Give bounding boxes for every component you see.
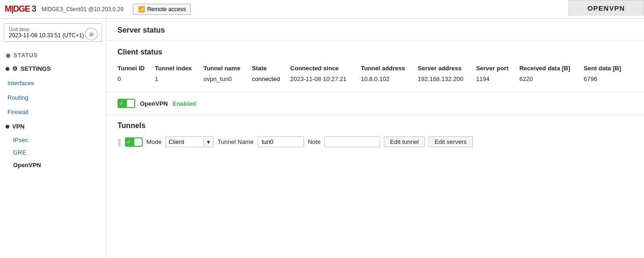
- remote-access-button[interactable]: 📶 Remote access: [133, 4, 191, 15]
- client-status-heading: Client status: [118, 48, 633, 56]
- col-tunnel-address: Tunnel address: [361, 63, 418, 74]
- cell-server-port: 1194: [476, 74, 519, 84]
- remote-access-icon: 📶: [138, 6, 145, 13]
- sidebar-status-section: ◉ STATUS: [0, 49, 106, 61]
- client-status-table: Tunnel ID Tunnel index Tunnel name State…: [118, 63, 633, 84]
- sidebar-item-ipsec[interactable]: IPsec: [0, 134, 106, 146]
- unit-time-box: Unit time: 2023-11-08 10:33:51 (UTC+1) ◉: [4, 23, 102, 42]
- col-state: State: [252, 63, 290, 74]
- edit-servers-button[interactable]: Edit servers: [429, 136, 473, 147]
- col-tunnel-name: Tunnel name: [203, 63, 252, 74]
- tunnel-row: ‖ ✓ Mode Client Server ▼ Tunnel Name Not…: [118, 136, 633, 147]
- sidebar-item-openvpn[interactable]: OpenVPN: [0, 159, 106, 171]
- mode-label: Mode: [146, 138, 162, 145]
- cell-sent-data: 6796: [584, 74, 633, 84]
- mode-select-wrapper[interactable]: Client Server ▼: [166, 136, 214, 147]
- edit-tunnel-button[interactable]: Edit tunnel: [384, 136, 424, 147]
- mode-select[interactable]: Client Server: [166, 137, 203, 147]
- openvpn-toggle-row: ✓ OpenVPN Enabled: [106, 92, 644, 115]
- unit-time-label: Unit time:: [9, 27, 97, 32]
- openvpn-toggle[interactable]: ✓: [118, 99, 135, 108]
- table-row: 0 1 ovpn_tun0 connected 2023-11-08 10:27…: [118, 74, 633, 84]
- col-sent-data: Sent data [B]: [584, 63, 633, 74]
- server-status-section: Server status: [106, 19, 644, 41]
- gear-icon: ⚙: [12, 65, 18, 72]
- vpn-bullet: [6, 125, 9, 129]
- topbar: M|DGE 3 MIDGE3_Client01 @10.203.0.29 📶 R…: [0, 0, 644, 19]
- sidebar-item-gre[interactable]: GRE: [0, 146, 106, 159]
- col-tunnel-id: Tunnel ID: [118, 63, 155, 74]
- openvpn-toggle-label: OpenVPN: [140, 100, 168, 107]
- cell-tunnel-id: 0: [118, 74, 155, 84]
- tunnels-section: Tunnels ‖ ✓ Mode Client Server ▼ Tunnel …: [106, 115, 644, 154]
- status-icon: ◉: [6, 52, 11, 59]
- note-input[interactable]: [324, 136, 380, 147]
- main-layout: Unit time: 2023-11-08 10:33:51 (UTC+1) ◉…: [0, 19, 644, 258]
- tunnel-toggle[interactable]: ✓: [125, 137, 143, 147]
- col-tunnel-index: Tunnel index: [155, 63, 203, 74]
- cell-connected-since: 2023-11-08 10:27:21: [290, 74, 360, 84]
- main-content: Server status Client status Tunnel ID Tu…: [106, 19, 644, 258]
- cell-received-data: 6220: [519, 74, 584, 84]
- tunnel-name-label: Tunnel Name: [217, 138, 254, 145]
- sidebar-item-routing[interactable]: Routing: [0, 90, 106, 105]
- toggle-check-icon: ✓: [119, 100, 124, 107]
- cell-tunnel-index: 1: [155, 74, 203, 84]
- mode-select-arrow-icon[interactable]: ▼: [203, 138, 214, 146]
- col-connected-since: Connected since: [290, 63, 360, 74]
- tunnels-heading: Tunnels: [118, 122, 633, 130]
- sidebar: Unit time: 2023-11-08 10:33:51 (UTC+1) ◉…: [0, 19, 106, 258]
- tunnel-toggle-check-icon: ✓: [126, 139, 131, 145]
- drag-handle-icon[interactable]: ‖: [118, 137, 121, 146]
- tunnel-name-input[interactable]: [257, 136, 304, 147]
- cell-state: connected: [252, 74, 290, 84]
- openvpn-tab[interactable]: OPENVPN: [568, 0, 644, 16]
- sidebar-settings-group: ⚙ SETTINGS: [0, 61, 106, 76]
- cell-tunnel-address: 10.8.0.102: [361, 74, 418, 84]
- sidebar-vpn-group: VPN: [0, 119, 106, 134]
- clock-icon: ◉: [85, 27, 98, 41]
- sidebar-item-firewall[interactable]: Firewall: [0, 105, 106, 119]
- cell-server-address: 192.168.132.200: [418, 74, 476, 84]
- col-received-data: Received data [B]: [519, 63, 584, 74]
- openvpn-enabled-label: Enabled: [173, 100, 196, 107]
- col-server-port: Server port: [476, 63, 519, 74]
- toggle-knob: [127, 100, 134, 107]
- cell-tunnel-name: ovpn_tun0: [203, 74, 252, 84]
- tunnel-toggle-knob: [134, 138, 142, 146]
- client-status-section: Client status Tunnel ID Tunnel index Tun…: [106, 41, 644, 84]
- unit-time-value: 2023-11-08 10:33:51 (UTC+1): [9, 32, 97, 39]
- col-server-address: Server address: [418, 63, 476, 74]
- logo: M|DGE 3: [5, 4, 36, 14]
- note-label: Note: [308, 138, 320, 145]
- settings-bullet: [6, 67, 9, 71]
- sidebar-item-interfaces[interactable]: Interfaces: [0, 76, 106, 90]
- device-label: MIDGE3_Client01 @10.203.0.29: [42, 6, 124, 13]
- server-status-heading: Server status: [118, 26, 633, 34]
